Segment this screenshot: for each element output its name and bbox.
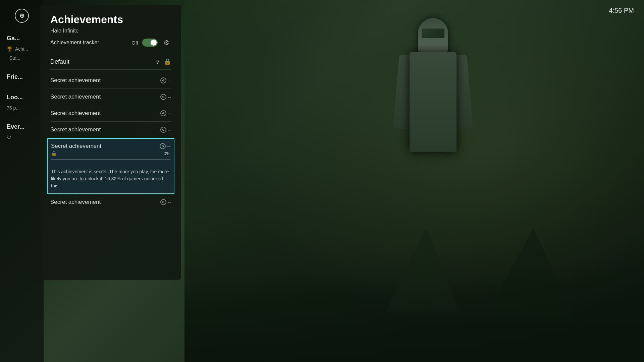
achievement-name: Secret achievement	[50, 126, 101, 133]
sidebar-events-section: Ever... 🛡	[0, 122, 44, 141]
sidebar-stats[interactable]: Sta...	[3, 54, 40, 62]
soldier-visor	[421, 28, 445, 38]
achievement-score: G --	[160, 127, 171, 133]
sidebar-lookin-sub: 75 p...	[3, 104, 40, 112]
achievement-item-5[interactable]: Secret achievement G -- 🔒 0% This achiev…	[47, 138, 174, 194]
achievement-score: G --	[160, 110, 171, 116]
achievement-row: Secret achievement G --	[50, 199, 171, 205]
terrain	[184, 261, 644, 362]
achievement-item-3[interactable]: Secret achievement G --	[50, 105, 171, 122]
lock-small-icon: 🔒	[51, 151, 57, 156]
tracker-controls: Off ⚙	[131, 38, 171, 47]
trophy-icon: 🏆	[7, 46, 12, 52]
sidebar-lookin-label: Loo...	[3, 92, 40, 103]
achievement-item-2[interactable]: Secret achievement G --	[50, 89, 171, 105]
achievement-name: Secret achievement	[50, 110, 101, 117]
achievement-score: G --	[160, 77, 171, 83]
default-row[interactable]: Default ∨ 🔒	[50, 54, 171, 70]
toggle-knob	[151, 40, 157, 46]
gamerscore-icon: G	[160, 143, 166, 149]
sidebar-achievements-label: Achi...	[15, 46, 28, 52]
achievement-row: Secret achievement G --	[50, 110, 171, 117]
chevron-down-icon: ∨	[156, 59, 160, 65]
score-value: --	[168, 199, 171, 205]
score-value: --	[168, 127, 171, 133]
xbox-logo: ⊕	[14, 8, 29, 23]
score-value: --	[168, 111, 171, 116]
achievement-detail-row: 🔒 0%	[51, 151, 170, 156]
achievement-description: This achievement is secret. The more you…	[51, 164, 170, 189]
sidebar-events-label: Ever...	[3, 122, 40, 132]
clock: 4:56 PM	[609, 7, 634, 14]
score-value: --	[168, 78, 171, 83]
achievement-name: Secret achievement	[51, 143, 101, 149]
achievement-item-6[interactable]: Secret achievement G --	[50, 194, 171, 210]
gamerscore-icon: G	[160, 94, 166, 100]
tracker-label: Achievement tracker	[50, 40, 99, 46]
soldier-figure	[386, 18, 480, 269]
lock-icon: 🔒	[164, 58, 171, 65]
shield-icon: 🛡	[7, 135, 11, 140]
achievement-row: Secret achievement G --	[50, 77, 171, 84]
sidebar-friends-section: Frie...	[0, 72, 44, 82]
sidebar-achievements[interactable]: 🏆 Achi...	[3, 45, 40, 53]
achievement-name: Secret achievement	[50, 77, 101, 84]
gamerscore-icon: G	[160, 110, 166, 116]
achievement-row: Secret achievement G --	[51, 143, 170, 149]
gamerscore-icon: G	[160, 127, 166, 133]
panel-subtitle: Halo Infinite	[50, 28, 171, 34]
sidebar-game-label: Ga...	[3, 33, 40, 44]
gamerscore-icon: G	[160, 199, 166, 205]
scene-background	[184, 0, 644, 362]
tracker-state: Off	[131, 40, 138, 46]
score-value: --	[167, 143, 170, 149]
sidebar-friends-label: Frie...	[3, 72, 40, 82]
tracker-row: Achievement tracker Off ⚙	[50, 38, 171, 47]
sidebar-game-section: Ga... 🏆 Achi... Sta...	[0, 33, 44, 62]
soldier-head	[418, 18, 448, 55]
achievement-row: Secret achievement G --	[50, 94, 171, 100]
svg-text:⊕: ⊕	[19, 12, 24, 19]
achievement-score: G --	[160, 199, 171, 205]
panel-title: Achievements	[50, 13, 171, 26]
progress-bar-container	[51, 159, 170, 160]
score-value: --	[168, 94, 171, 100]
achievement-name: Secret achievement	[50, 94, 101, 100]
achievement-list: Secret achievement G -- Secret achieveme…	[50, 72, 171, 210]
achievement-item-1[interactable]: Secret achievement G --	[50, 72, 171, 89]
left-sidebar: ⊕ Ga... 🏆 Achi... Sta... Frie... Loo... …	[0, 0, 44, 362]
default-label: Default	[50, 58, 69, 65]
sidebar-stats-label: Sta...	[9, 55, 20, 61]
achievement-score: G --	[160, 143, 170, 149]
achievement-score: G --	[160, 94, 171, 100]
sidebar-lookin-section: Loo... 75 p...	[0, 92, 44, 112]
progress-percent: 0%	[164, 151, 170, 156]
sidebar-events-icon[interactable]: 🛡	[3, 134, 40, 141]
achievement-row: Secret achievement G --	[50, 126, 171, 133]
soldier-body	[410, 52, 457, 152]
gamerscore-icon: G	[160, 77, 166, 83]
default-controls: ∨ 🔒	[156, 58, 171, 65]
achievement-name: Secret achievement	[50, 199, 101, 205]
achievements-panel: Achievements Halo Infinite Achievement t…	[40, 5, 181, 280]
achievement-item-4[interactable]: Secret achievement G --	[50, 122, 171, 138]
settings-button[interactable]: ⚙	[162, 38, 171, 47]
tracker-toggle[interactable]	[142, 39, 158, 47]
